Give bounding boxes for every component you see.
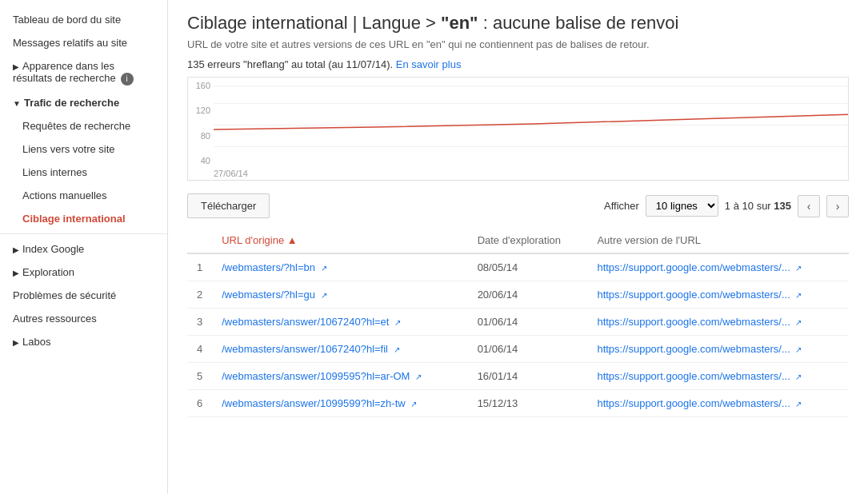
sidebar-item-trafic[interactable]: ▼Trafic de recherche [0,91,167,114]
external-link-icon[interactable]: ↗ [394,318,401,327]
external-link-icon[interactable]: ↗ [394,345,400,354]
cell-autre-version: https://support.google.com/webmasters/..… [587,253,849,281]
data-table: URL d'origine ▲Date d'explorationAutre v… [187,228,849,417]
version-link[interactable]: https://support.google.com/webmasters/..… [597,370,790,382]
cell-url: /webmasters/answer/1099595?hl=ar-OM ↗ [212,363,467,390]
sidebar-item-autres-ressources[interactable]: Autres ressources [0,307,167,330]
sidebar-divider [0,233,167,234]
info-icon[interactable]: i [121,73,134,86]
version-link[interactable]: https://support.google.com/webmasters/..… [597,397,790,409]
next-page-button[interactable]: › [826,195,849,217]
external-link-icon[interactable]: ↗ [321,291,327,300]
expand-closed-icon: ▶ [13,338,19,347]
external-link-icon2[interactable]: ↗ [795,291,802,300]
pagination-info: 1 à 10 sur 135 [725,200,791,212]
version-link[interactable]: https://support.google.com/webmasters/..… [597,261,790,273]
chart-area [214,78,848,164]
page-title: Ciblage international | Langue > "en" : … [187,13,849,34]
sidebar-item-tableau-de-bord[interactable]: Tableau de bord du site [0,8,167,31]
chart-y-label: 80 [188,131,210,141]
external-link-icon[interactable]: ↗ [321,264,327,273]
error-count-text: 135 erreurs "hreflang" au total (au 11/0… [187,58,393,70]
expand-closed-icon: ▶ [13,269,19,277]
error-count-row: 135 erreurs "hreflang" au total (au 11/0… [187,58,849,70]
table-header-url[interactable]: URL d'origine ▲ [212,228,467,253]
sidebar-item-ciblage-international[interactable]: Ciblage international [0,207,167,230]
expand-open-icon: ▼ [13,99,21,108]
chart-y-label: 120 [188,106,210,115]
external-link-icon2[interactable]: ↗ [795,400,802,408]
table-header-row: URL d'origine ▲Date d'explorationAutre v… [187,228,849,253]
page-title-prefix: Ciblage international | Langue > [187,13,441,33]
sidebar-item-liens-votre-site[interactable]: Liens vers votre site [0,137,167,161]
chart-y-labels: 1601208040 [188,78,214,180]
sidebar-item-labos[interactable]: ▶Labos [0,330,167,353]
sidebar-item-liens-internes[interactable]: Liens internes [0,161,167,184]
external-link-icon2[interactable]: ↗ [795,372,802,381]
external-link-icon[interactable]: ↗ [410,400,417,408]
cell-num: 6 [187,390,212,417]
table-header-num [187,228,212,253]
cell-url: /webmasters/answer/1067240?hl=fil ↗ [212,336,467,363]
url-link[interactable]: /webmasters/?hl=gu [222,289,315,301]
version-link[interactable]: https://support.google.com/webmasters/..… [597,289,790,301]
table-row: 6/webmasters/answer/1099599?hl=zh-tw ↗15… [187,390,849,417]
expand-closed-icon: ▶ [13,245,19,254]
cell-date: 15/12/13 [468,390,588,417]
pagination-controls: Afficher 10 lignes25 lignes50 lignes 1 à… [604,195,849,217]
cell-autre-version: https://support.google.com/webmasters/..… [587,390,849,417]
sort-icon: ▲ [287,234,298,246]
url-link[interactable]: /webmasters/answer/1099599?hl=zh-tw [222,397,405,409]
cell-num: 1 [187,253,212,281]
pagination-sep1: à [734,200,742,212]
toolbar: Télécharger Afficher 10 lignes25 lignes5… [187,193,849,218]
pagination-total: 135 [774,200,791,212]
afficher-label: Afficher [604,200,639,212]
lines-select[interactable]: 10 lignes25 lignes50 lignes [646,195,718,217]
cell-url: /webmasters/?hl=bn ↗ [212,253,467,281]
url-link[interactable]: /webmasters/answer/1067240?hl=et [222,316,389,328]
cell-date: 16/01/14 [468,363,588,390]
pagination-end: 10 [742,200,754,212]
chart-container: 1601208040 27/06/14 [187,77,849,181]
sidebar-item-requetes[interactable]: Requêtes de recherche [0,114,167,137]
pagination-sep2: sur [757,200,774,212]
table-row: 3/webmasters/answer/1067240?hl=et ↗01/06… [187,309,849,336]
download-button[interactable]: Télécharger [187,193,270,218]
sidebar-item-exploration[interactable]: ▶Exploration [0,261,167,284]
sidebar-item-index-google[interactable]: ▶Index Google [0,237,167,261]
version-link[interactable]: https://support.google.com/webmasters/..… [597,316,790,328]
url-link[interactable]: /webmasters/?hl=bn [222,261,315,273]
page-subtitle: URL de votre site et autres versions de … [187,38,849,50]
en-savoir-plus-link[interactable]: En savoir plus [396,58,462,70]
table-header-autre-version: Autre version de l'URL [587,228,849,253]
cell-num: 5 [187,363,212,390]
cell-num: 3 [187,309,212,336]
prev-page-button[interactable]: ‹ [798,195,820,217]
external-link-icon2[interactable]: ↗ [795,264,802,273]
external-link-icon[interactable]: ↗ [415,372,422,381]
table-row: 2/webmasters/?hl=gu ↗20/06/14https://sup… [187,281,849,309]
cell-autre-version: https://support.google.com/webmasters/..… [587,363,849,390]
sidebar-item-actions-manuelles[interactable]: Actions manuelles [0,184,167,207]
cell-date: 01/06/14 [468,336,588,363]
external-link-icon2[interactable]: ↗ [795,318,802,327]
main-content: Ciblage international | Langue > "en" : … [168,0,868,494]
cell-num: 4 [187,336,212,363]
chart-y-label: 40 [188,156,210,165]
cell-autre-version: https://support.google.com/webmasters/..… [587,281,849,309]
cell-date: 20/06/14 [468,281,588,309]
chart-svg [214,78,848,164]
sidebar-item-problemes-securite[interactable]: Problèmes de sécurité [0,284,167,307]
expand-closed-icon: ▶ [13,62,19,71]
url-link[interactable]: /webmasters/answer/1067240?hl=fil [222,343,388,355]
version-link[interactable]: https://support.google.com/webmasters/..… [597,343,790,355]
cell-autre-version: https://support.google.com/webmasters/..… [587,309,849,336]
pagination-start: 1 [725,200,730,212]
sidebar-item-messages[interactable]: Messages relatifs au site [0,31,167,54]
page-title-suffix: : aucune balise de renvoi [478,13,679,33]
external-link-icon2[interactable]: ↗ [795,345,802,354]
sidebar-item-apparence[interactable]: ▶Apparence dans les résultats de recherc… [0,54,167,91]
chart-y-label: 160 [188,81,210,90]
url-link[interactable]: /webmasters/answer/1099595?hl=ar-OM [222,370,410,382]
